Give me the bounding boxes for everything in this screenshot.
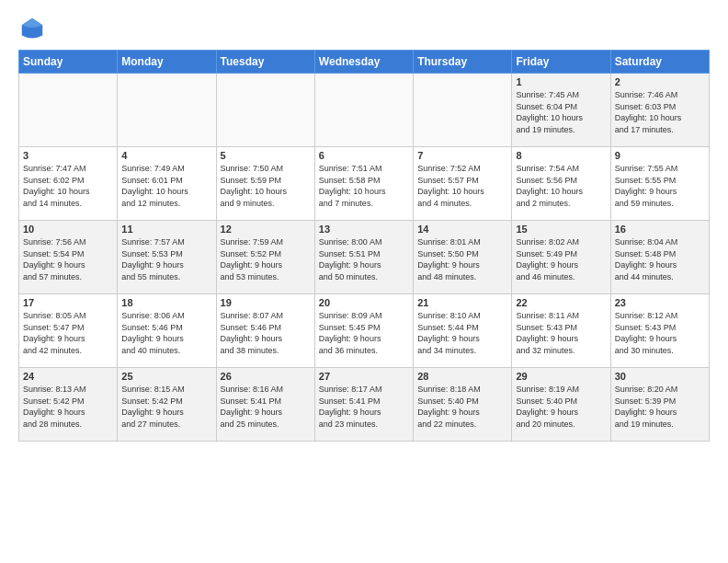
column-header-monday: Monday (118, 51, 216, 74)
calendar-cell: 24Sunrise: 8:13 AM Sunset: 5:42 PM Dayli… (19, 368, 118, 442)
calendar-cell: 9Sunrise: 7:55 AM Sunset: 5:55 PM Daylig… (610, 147, 709, 221)
day-number: 14 (417, 224, 507, 235)
day-number: 1 (516, 76, 606, 87)
day-number: 9 (615, 150, 705, 161)
day-number: 27 (319, 371, 409, 382)
day-info: Sunrise: 8:06 AM Sunset: 5:46 PM Dayligh… (121, 310, 211, 356)
calendar-cell: 2Sunrise: 7:46 AM Sunset: 6:03 PM Daylig… (610, 74, 709, 147)
calendar-cell: 23Sunrise: 8:12 AM Sunset: 5:43 PM Dayli… (610, 294, 709, 368)
calendar-week-4: 17Sunrise: 8:05 AM Sunset: 5:47 PM Dayli… (19, 294, 710, 368)
calendar-cell (19, 74, 118, 147)
calendar-cell (118, 74, 216, 147)
calendar-week-1: 1Sunrise: 7:45 AM Sunset: 6:04 PM Daylig… (19, 74, 710, 147)
logo (18, 15, 50, 42)
day-info: Sunrise: 8:01 AM Sunset: 5:50 PM Dayligh… (417, 236, 507, 282)
day-number: 4 (121, 150, 211, 161)
calendar-cell: 13Sunrise: 8:00 AM Sunset: 5:51 PM Dayli… (314, 221, 413, 294)
calendar-cell: 5Sunrise: 7:50 AM Sunset: 5:59 PM Daylig… (216, 147, 314, 221)
calendar-week-2: 3Sunrise: 7:47 AM Sunset: 6:02 PM Daylig… (19, 147, 710, 221)
day-info: Sunrise: 8:07 AM Sunset: 5:46 PM Dayligh… (221, 310, 311, 356)
day-number: 24 (23, 371, 113, 382)
calendar-cell: 12Sunrise: 7:59 AM Sunset: 5:52 PM Dayli… (216, 221, 314, 294)
day-number: 23 (615, 297, 705, 308)
day-number: 26 (221, 371, 311, 382)
day-info: Sunrise: 7:45 AM Sunset: 6:04 PM Dayligh… (516, 89, 606, 135)
calendar-cell: 25Sunrise: 8:15 AM Sunset: 5:42 PM Dayli… (118, 368, 216, 442)
day-info: Sunrise: 8:02 AM Sunset: 5:49 PM Dayligh… (516, 236, 606, 282)
calendar-table: SundayMondayTuesdayWednesdayThursdayFrid… (18, 50, 710, 442)
day-number: 13 (319, 224, 409, 235)
day-number: 19 (221, 297, 311, 308)
day-number: 6 (319, 150, 409, 161)
calendar-cell: 6Sunrise: 7:51 AM Sunset: 5:58 PM Daylig… (314, 147, 413, 221)
day-info: Sunrise: 7:49 AM Sunset: 6:01 PM Dayligh… (121, 163, 211, 209)
calendar-cell (314, 74, 413, 147)
day-number: 8 (516, 150, 606, 161)
day-info: Sunrise: 7:46 AM Sunset: 6:03 PM Dayligh… (615, 89, 705, 135)
day-info: Sunrise: 7:52 AM Sunset: 5:57 PM Dayligh… (417, 163, 507, 209)
day-info: Sunrise: 7:59 AM Sunset: 5:52 PM Dayligh… (221, 236, 311, 282)
calendar-cell: 26Sunrise: 8:16 AM Sunset: 5:41 PM Dayli… (216, 368, 314, 442)
day-number: 10 (23, 224, 113, 235)
day-info: Sunrise: 8:17 AM Sunset: 5:41 PM Dayligh… (319, 384, 409, 430)
day-number: 16 (615, 224, 705, 235)
day-info: Sunrise: 8:04 AM Sunset: 5:48 PM Dayligh… (615, 236, 705, 282)
day-number: 7 (417, 150, 507, 161)
calendar-week-5: 24Sunrise: 8:13 AM Sunset: 5:42 PM Dayli… (19, 368, 710, 442)
calendar-cell: 27Sunrise: 8:17 AM Sunset: 5:41 PM Dayli… (314, 368, 413, 442)
calendar-cell: 17Sunrise: 8:05 AM Sunset: 5:47 PM Dayli… (19, 294, 118, 368)
day-info: Sunrise: 8:05 AM Sunset: 5:47 PM Dayligh… (23, 310, 113, 356)
calendar-cell: 15Sunrise: 8:02 AM Sunset: 5:49 PM Dayli… (512, 221, 610, 294)
column-header-sunday: Sunday (19, 51, 118, 74)
day-info: Sunrise: 8:15 AM Sunset: 5:42 PM Dayligh… (121, 384, 211, 430)
day-number: 22 (516, 297, 606, 308)
day-info: Sunrise: 8:20 AM Sunset: 5:39 PM Dayligh… (615, 384, 705, 430)
day-number: 15 (516, 224, 606, 235)
calendar-cell: 28Sunrise: 8:18 AM Sunset: 5:40 PM Dayli… (414, 368, 512, 442)
page: SundayMondayTuesdayWednesdayThursdayFrid… (0, 0, 728, 563)
day-info: Sunrise: 8:16 AM Sunset: 5:41 PM Dayligh… (221, 384, 311, 430)
calendar-cell: 10Sunrise: 7:56 AM Sunset: 5:54 PM Dayli… (19, 221, 118, 294)
day-info: Sunrise: 7:51 AM Sunset: 5:58 PM Dayligh… (319, 163, 409, 209)
calendar-header-row: SundayMondayTuesdayWednesdayThursdayFrid… (19, 51, 710, 74)
calendar-cell: 16Sunrise: 8:04 AM Sunset: 5:48 PM Dayli… (610, 221, 709, 294)
calendar-cell: 1Sunrise: 7:45 AM Sunset: 6:04 PM Daylig… (512, 74, 610, 147)
header (18, 15, 710, 42)
day-info: Sunrise: 8:12 AM Sunset: 5:43 PM Dayligh… (615, 310, 705, 356)
column-header-wednesday: Wednesday (314, 51, 413, 74)
day-info: Sunrise: 8:19 AM Sunset: 5:40 PM Dayligh… (516, 384, 606, 430)
calendar-cell: 8Sunrise: 7:54 AM Sunset: 5:56 PM Daylig… (512, 147, 610, 221)
calendar-cell: 4Sunrise: 7:49 AM Sunset: 6:01 PM Daylig… (118, 147, 216, 221)
day-info: Sunrise: 7:55 AM Sunset: 5:55 PM Dayligh… (615, 163, 705, 209)
day-number: 5 (221, 150, 311, 161)
calendar-cell (216, 74, 314, 147)
day-number: 28 (417, 371, 507, 382)
calendar-cell: 22Sunrise: 8:11 AM Sunset: 5:43 PM Dayli… (512, 294, 610, 368)
logo-icon (18, 15, 46, 42)
day-info: Sunrise: 8:09 AM Sunset: 5:45 PM Dayligh… (319, 310, 409, 356)
day-info: Sunrise: 7:47 AM Sunset: 6:02 PM Dayligh… (23, 163, 113, 209)
day-info: Sunrise: 8:13 AM Sunset: 5:42 PM Dayligh… (23, 384, 113, 430)
day-number: 29 (516, 371, 606, 382)
day-info: Sunrise: 8:00 AM Sunset: 5:51 PM Dayligh… (319, 236, 409, 282)
day-number: 18 (121, 297, 211, 308)
day-info: Sunrise: 8:10 AM Sunset: 5:44 PM Dayligh… (417, 310, 507, 356)
calendar-cell: 30Sunrise: 8:20 AM Sunset: 5:39 PM Dayli… (610, 368, 709, 442)
day-number: 20 (319, 297, 409, 308)
calendar-cell: 3Sunrise: 7:47 AM Sunset: 6:02 PM Daylig… (19, 147, 118, 221)
calendar-cell (414, 74, 512, 147)
calendar-cell: 21Sunrise: 8:10 AM Sunset: 5:44 PM Dayli… (414, 294, 512, 368)
day-number: 21 (417, 297, 507, 308)
day-info: Sunrise: 7:57 AM Sunset: 5:53 PM Dayligh… (121, 236, 211, 282)
day-info: Sunrise: 7:50 AM Sunset: 5:59 PM Dayligh… (221, 163, 311, 209)
day-number: 30 (615, 371, 705, 382)
column-header-friday: Friday (512, 51, 610, 74)
day-number: 17 (23, 297, 113, 308)
calendar-cell: 29Sunrise: 8:19 AM Sunset: 5:40 PM Dayli… (512, 368, 610, 442)
column-header-thursday: Thursday (414, 51, 512, 74)
day-number: 2 (615, 76, 705, 87)
column-header-saturday: Saturday (610, 51, 709, 74)
day-info: Sunrise: 7:56 AM Sunset: 5:54 PM Dayligh… (23, 236, 113, 282)
calendar-cell: 18Sunrise: 8:06 AM Sunset: 5:46 PM Dayli… (118, 294, 216, 368)
calendar-week-3: 10Sunrise: 7:56 AM Sunset: 5:54 PM Dayli… (19, 221, 710, 294)
